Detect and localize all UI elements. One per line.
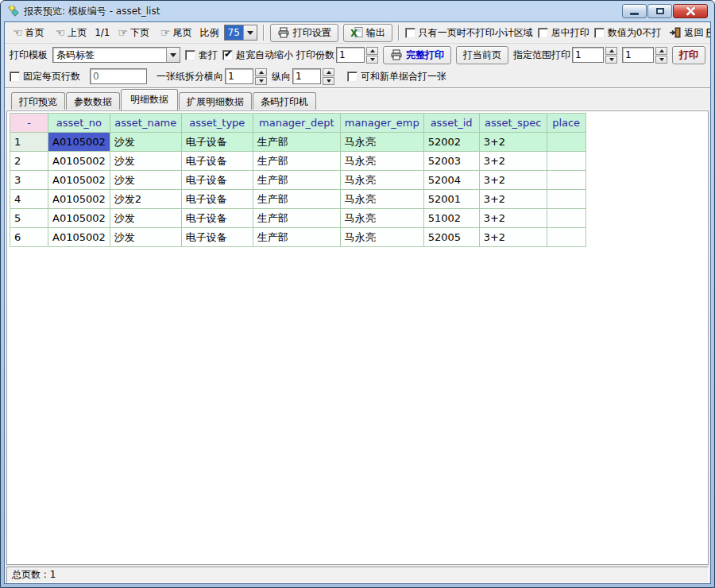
checkbox-zero-no-print[interactable]: 数值为0不打 [594, 26, 662, 40]
table-cell[interactable] [547, 133, 586, 152]
split-horizontal-input[interactable] [225, 68, 253, 84]
table-cell[interactable]: 沙发 [110, 171, 181, 190]
checkbox-box[interactable] [10, 72, 20, 82]
table-cell[interactable]: A0105002 [48, 152, 110, 171]
spin-down-button[interactable] [655, 56, 667, 64]
table-cell[interactable]: 生产部 [253, 152, 340, 171]
table-cell[interactable]: 马永亮 [340, 190, 423, 209]
checkbox-box[interactable] [594, 28, 605, 38]
checkbox-box[interactable] [185, 50, 195, 60]
column-header-manager_dept[interactable]: manager_dept [253, 114, 340, 133]
spin-up-button[interactable] [323, 68, 334, 76]
spin-down-button[interactable] [255, 77, 267, 85]
row-number-cell[interactable]: 3 [10, 171, 48, 190]
row-number-cell[interactable]: 2 [10, 152, 48, 171]
column-header-asset_type[interactable]: asset_type [181, 114, 253, 133]
table-cell[interactable]: 马永亮 [340, 209, 423, 228]
fixed-rows-input[interactable] [90, 68, 147, 84]
table-cell[interactable]: 52001 [423, 190, 479, 209]
next-page-button[interactable]: ☞ 下页 [114, 25, 153, 41]
print-current-page-button[interactable]: 打当前页 [456, 46, 508, 64]
table-cell[interactable]: 沙发 [110, 133, 181, 152]
return-button[interactable]: 返回R [666, 25, 711, 41]
row-number-cell[interactable]: 6 [10, 228, 48, 247]
table-cell[interactable]: 51002 [423, 209, 479, 228]
range-from-input[interactable] [572, 47, 604, 63]
table-cell[interactable]: 3+2 [479, 152, 547, 171]
tab-2[interactable]: 明细数据 [121, 89, 178, 110]
table-cell[interactable]: 沙发 [110, 228, 181, 247]
checkbox-box[interactable] [405, 28, 415, 38]
table-cell[interactable]: 电子设备 [181, 152, 253, 171]
table-cell[interactable]: 马永亮 [340, 133, 423, 152]
spin-down-button[interactable] [323, 77, 334, 85]
table-cell[interactable]: 生产部 [253, 190, 340, 209]
minimize-button[interactable] [622, 4, 647, 18]
column-header-asset_spec[interactable]: asset_spec [479, 114, 547, 133]
table-cell[interactable]: 生产部 [253, 228, 340, 247]
tab-0[interactable]: 打印预览 [11, 92, 65, 111]
close-button[interactable] [673, 4, 708, 18]
split-vertical-input[interactable] [292, 68, 321, 84]
spin-up-button[interactable] [605, 47, 617, 55]
table-cell[interactable]: 沙发 [110, 152, 181, 171]
column-header-asset_name[interactable]: asset_name [110, 114, 181, 133]
table-cell[interactable]: A0105002 [48, 190, 110, 209]
first-page-button[interactable]: ☜ 首页 [10, 25, 48, 41]
table-cell[interactable]: 3+2 [479, 228, 547, 247]
output-button[interactable]: X 输出 [343, 24, 392, 42]
template-combobox[interactable]: 条码标签 [52, 47, 180, 63]
column-header-place[interactable]: place [547, 114, 586, 133]
tab-4[interactable]: 条码打印机 [253, 92, 316, 111]
tab-3[interactable]: 扩展明细数据 [179, 92, 252, 111]
table-cell[interactable]: 马永亮 [340, 171, 423, 190]
row-number-cell[interactable]: 5 [10, 209, 48, 228]
checkbox-center-print[interactable]: 居中打印 [538, 26, 589, 40]
table-cell[interactable] [547, 171, 586, 190]
full-print-button[interactable]: 完整打印 [383, 46, 451, 64]
checkbox-combine-print[interactable]: 可和新单据合打一张 [347, 70, 446, 83]
chevron-down-icon[interactable] [166, 48, 180, 62]
table-cell[interactable] [547, 209, 586, 228]
table-cell[interactable] [547, 190, 586, 209]
table-cell[interactable]: 生产部 [253, 133, 340, 152]
checkbox-box-checked[interactable] [222, 50, 233, 60]
table-cell[interactable]: A0105002 [48, 171, 110, 190]
column-header-manager_emp[interactable]: manager_emp [340, 114, 423, 133]
column-header-asset_id[interactable]: asset_id [423, 114, 479, 133]
checkbox-box[interactable] [538, 28, 548, 38]
spin-down-button[interactable] [605, 56, 617, 64]
prev-page-button[interactable]: ☜ 上页 [52, 25, 91, 41]
table-cell[interactable]: 52004 [423, 171, 479, 190]
table-cell[interactable]: 3+2 [479, 171, 547, 190]
table-cell[interactable]: A0105002 [48, 133, 110, 152]
table-cell[interactable]: 沙发 [110, 209, 181, 228]
row-number-cell[interactable]: 4 [10, 190, 48, 209]
table-cell[interactable]: 电子设备 [181, 228, 253, 247]
last-page-button[interactable]: ☞ 尾页 [157, 25, 195, 41]
table-cell[interactable]: 生产部 [253, 171, 340, 190]
table-cell[interactable]: 电子设备 [181, 133, 253, 152]
copies-input[interactable] [336, 47, 365, 63]
print-button[interactable]: 打印 [672, 46, 705, 64]
table-cell[interactable]: 马永亮 [340, 152, 423, 171]
checkbox-auto-shrink[interactable]: 超宽自动缩小 [222, 48, 293, 62]
spin-up-button[interactable] [255, 68, 267, 76]
table-cell[interactable]: 52002 [423, 133, 479, 152]
table-cell[interactable]: 52005 [423, 228, 479, 247]
column-header-asset_no[interactable]: asset_no [48, 114, 110, 133]
spin-up-button[interactable] [366, 47, 378, 55]
table-cell[interactable]: 电子设备 [181, 209, 253, 228]
table-cell[interactable]: 生产部 [253, 209, 340, 228]
checkbox-fixed-rows[interactable]: 固定每页行数 [10, 70, 80, 83]
row-number-cell[interactable]: 1 [10, 133, 48, 152]
spin-up-button[interactable] [655, 47, 667, 55]
table-cell[interactable]: 3+2 [479, 133, 547, 152]
table-cell[interactable]: 马永亮 [340, 228, 423, 247]
table-cell[interactable]: A0105002 [48, 228, 110, 247]
maximize-button[interactable] [647, 4, 672, 18]
print-settings-button[interactable]: 打印设置 [270, 24, 338, 42]
range-to-input[interactable] [622, 47, 654, 63]
table-cell[interactable] [547, 228, 586, 247]
column-header-indicator[interactable]: - [10, 114, 48, 133]
